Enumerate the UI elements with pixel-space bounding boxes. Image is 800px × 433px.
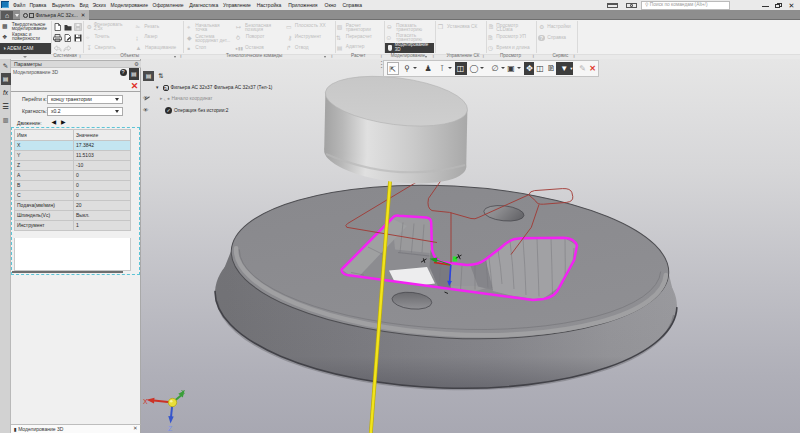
svg-text:Z: Z bbox=[168, 425, 173, 432]
svg-text:X: X bbox=[143, 398, 148, 405]
